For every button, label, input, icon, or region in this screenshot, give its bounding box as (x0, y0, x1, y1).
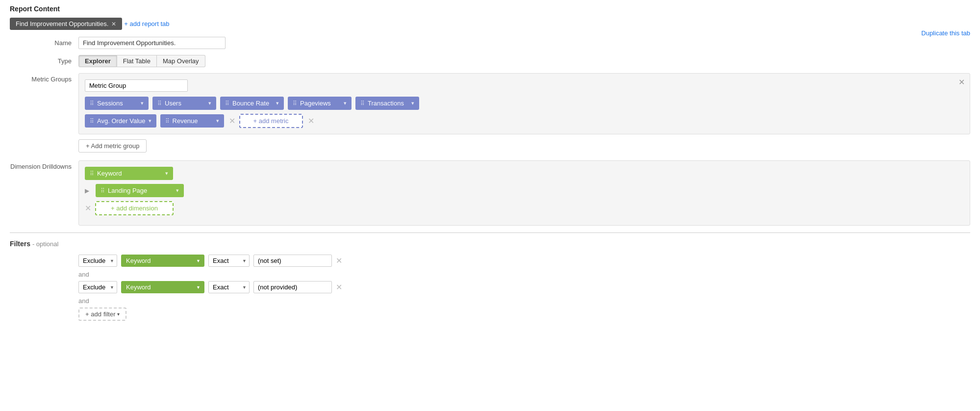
avg-order-label: Avg. Order Value (97, 117, 146, 125)
dimension-pill-keyword[interactable]: ⠿ Keyword ▾ (85, 167, 173, 180)
chevron-down-icon: ▾ (149, 118, 151, 124)
exclude-select-1[interactable]: Exclude Include (78, 255, 117, 267)
remove-dimension-icon[interactable]: ✕ (85, 204, 91, 213)
filter-and-1: and (78, 271, 970, 278)
keyword-wrapper-1: Keyword (121, 255, 204, 267)
exclude-wrapper-2: Exclude Include (78, 281, 117, 293)
exclude-wrapper-1: Exclude Include (78, 255, 117, 267)
dimension-row-landing-page: ▶ ⠿ Landing Page ▾ (85, 184, 964, 197)
dimension-pill-landing-page[interactable]: ⠿ Landing Page ▾ (96, 184, 184, 197)
chevron-down-icon: ▾ (411, 100, 414, 106)
landing-page-label: Landing Page (108, 187, 173, 194)
exact-wrapper-1: Exact Contains Regex (208, 255, 250, 267)
metric-pill-sessions[interactable]: ⠿ Sessions ▾ (85, 97, 149, 110)
drilldowns-area: ⠿ Keyword ▾ ▶ ⠿ Landing Page ▾ ✕ (78, 160, 970, 226)
users-label: Users (165, 100, 205, 107)
dimension-drilldowns-row: Dimension Drilldowns ⠿ Keyword ▾ ▶ ⠿ Lan (10, 160, 970, 226)
type-buttons: Explorer Flat Table Map Overlay (78, 55, 970, 67)
metric-pill-users[interactable]: ⠿ Users ▾ (152, 97, 216, 110)
add-dimension-row: ✕ + add dimension (85, 201, 964, 215)
revenue-label: Revenue (173, 117, 213, 125)
chevron-down-icon: ▾ (165, 170, 168, 177)
exact-select-2[interactable]: Exact Contains Regex (208, 281, 250, 293)
bounce-rate-label: Bounce Rate (232, 100, 273, 107)
filters-optional: - optional (32, 240, 58, 248)
drag-handle-icon: ⠿ (225, 100, 229, 107)
metrics-row-2: ⠿ Avg. Order Value ▾ ⠿ Revenue ▾ ✕ + add… (85, 114, 964, 128)
name-label: Name (10, 37, 78, 47)
add-metric-button[interactable]: + add metric (239, 114, 303, 128)
remove-metric-group-icon[interactable]: ✕ (308, 116, 314, 126)
type-btn-flat-table[interactable]: Flat Table (117, 55, 157, 67)
metric-pill-avg-order[interactable]: ⠿ Avg. Order Value ▾ (85, 114, 156, 128)
metric-groups-area: ✕ ⠿ Sessions ▾ ⠿ Users ▾ ⠿ (78, 73, 970, 134)
chevron-down-icon: ▾ (117, 311, 120, 317)
drag-handle-icon: ⠿ (101, 187, 105, 194)
filter-value-input-1[interactable] (253, 255, 332, 267)
metric-pill-bounce-rate[interactable]: ⠿ Bounce Rate ▾ (220, 97, 284, 110)
add-filter-suffix: filter (103, 310, 116, 318)
name-input[interactable] (78, 37, 226, 49)
metrics-row-1: ⠿ Sessions ▾ ⠿ Users ▾ ⠿ Bounce Rate ▾ (85, 97, 964, 110)
filter-row-2: Exclude Include Keyword Exact Contains R… (78, 281, 970, 293)
keyword-select-1[interactable]: Keyword (121, 255, 204, 267)
type-btn-explorer[interactable]: Explorer (78, 55, 117, 67)
tabs-row: Find Improvement Opportunities. ✕ + add … (10, 18, 970, 30)
add-metric-group-button[interactable]: + Add metric group (78, 139, 147, 153)
add-filter-label: + add (85, 310, 101, 318)
name-row: Name (10, 37, 970, 49)
filters-label: Filters (10, 240, 30, 248)
metric-group-name-input[interactable] (85, 79, 188, 92)
metric-group-close-icon[interactable]: ✕ (958, 77, 965, 87)
metric-groups-row: Metric Groups ✕ ⠿ Sessions ▾ ⠿ Users ▾ (10, 73, 970, 154)
metric-groups-content: ✕ ⠿ Sessions ▾ ⠿ Users ▾ ⠿ (78, 73, 970, 154)
expand-icon[interactable]: ▶ (85, 187, 92, 194)
type-btn-map-overlay[interactable]: Map Overlay (157, 55, 205, 67)
keyword-select-2[interactable]: Keyword (121, 281, 204, 293)
sessions-label: Sessions (97, 100, 138, 107)
add-report-tab-link[interactable]: + add report tab (124, 20, 169, 27)
drag-handle-icon: ⠿ (90, 118, 94, 125)
add-filter-button[interactable]: + add filter ▾ (78, 308, 126, 321)
type-label: Type (10, 55, 78, 65)
active-tab-label: Find Improvement Opportunities. (16, 20, 108, 27)
section-divider (10, 232, 970, 233)
remove-filter-1-icon[interactable]: ✕ (336, 256, 342, 265)
metric-groups-label: Metric Groups (10, 73, 78, 83)
dimension-drilldowns-content: ⠿ Keyword ▾ ▶ ⠿ Landing Page ▾ ✕ (78, 160, 970, 226)
remove-filter-2-icon[interactable]: ✕ (336, 283, 342, 292)
close-tab-icon[interactable]: ✕ (111, 21, 116, 27)
type-row: Type Explorer Flat Table Map Overlay (10, 55, 970, 67)
add-dimension-button[interactable]: + add dimension (95, 201, 174, 215)
metric-pill-pageviews[interactable]: ⠿ Pageviews ▾ (288, 97, 352, 110)
section-title: Report Content (10, 5, 970, 13)
duplicate-tab-link[interactable]: Duplicate this tab (921, 29, 970, 37)
exact-wrapper-2: Exact Contains Regex (208, 281, 250, 293)
dimension-row-keyword: ⠿ Keyword ▾ (85, 167, 964, 180)
filter-value-input-2[interactable] (253, 281, 332, 293)
filters-section: Filters - optional Exclude Include Keywo… (10, 240, 970, 321)
drag-handle-icon: ⠿ (157, 100, 162, 107)
exclude-select-2[interactable]: Exclude Include (78, 281, 117, 293)
filter-row-1: Exclude Include Keyword Exact Contains R… (78, 255, 970, 267)
drag-handle-icon: ⠿ (90, 170, 94, 177)
name-content (78, 37, 970, 49)
drag-handle-icon: ⠿ (360, 100, 365, 107)
filter-and-2: and (78, 297, 970, 305)
filters-title: Filters - optional (10, 240, 970, 248)
metric-pill-transactions[interactable]: ⠿ Transactions ▾ (355, 97, 419, 110)
keyword-label: Keyword (97, 170, 162, 177)
exact-select-1[interactable]: Exact Contains Regex (208, 255, 250, 267)
pageviews-label: Pageviews (300, 100, 341, 107)
drag-handle-icon: ⠿ (293, 100, 297, 107)
keyword-wrapper-2: Keyword (121, 281, 204, 293)
active-tab[interactable]: Find Improvement Opportunities. ✕ (10, 18, 122, 30)
chevron-down-icon: ▾ (344, 100, 347, 106)
transactions-label: Transactions (368, 100, 408, 107)
metric-pill-revenue[interactable]: ⠿ Revenue ▾ (160, 114, 224, 128)
type-content: Explorer Flat Table Map Overlay (78, 55, 970, 67)
add-filter-row: + add filter ▾ (78, 308, 970, 321)
chevron-down-icon: ▾ (276, 100, 279, 106)
drag-handle-icon: ⠿ (90, 100, 94, 107)
remove-revenue-icon[interactable]: ✕ (229, 116, 235, 126)
